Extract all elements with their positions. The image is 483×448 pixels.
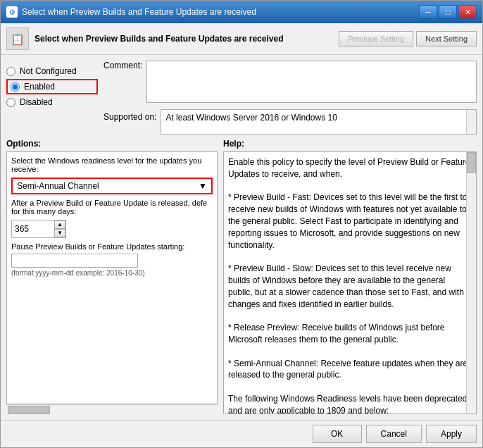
disabled-radio[interactable] [6, 98, 15, 107]
next-setting-button[interactable]: Next Setting [416, 31, 477, 46]
main-window: ⚙ Select when Preview Builds and Feature… [0, 0, 483, 448]
window-icon: ⚙ [6, 6, 18, 18]
help-text: Enable this policy to specify the level … [228, 157, 472, 414]
toolbar-buttons: Previous Setting Next Setting [339, 31, 477, 46]
days-input-wrap: 365 ▲ ▼ [11, 220, 66, 238]
options-content: Select the Windows readiness level for t… [6, 151, 218, 404]
options-section: Options: Select the Windows readiness le… [6, 139, 218, 414]
radio-column: Not Configured Enabled Disabled [6, 61, 98, 135]
channel-dropdown[interactable]: Semi-Annual Channel ▼ [11, 178, 213, 194]
options-title: Options: [6, 139, 218, 149]
options-description: Select the Windows readiness level for t… [11, 156, 213, 173]
format-hint: (format yyyy-mm-dd example: 2016-10-30) [11, 269, 213, 277]
options-hscroll-thumb[interactable] [8, 406, 50, 414]
options-horizontal-scrollbar[interactable] [6, 404, 218, 414]
not-configured-label: Not Configured [20, 66, 77, 76]
help-title: Help: [223, 139, 477, 149]
days-decrement-button[interactable]: ▼ [54, 229, 65, 237]
enabled-option[interactable]: Enabled [6, 79, 98, 94]
comment-textarea[interactable] [146, 61, 477, 103]
top-section: Not Configured Enabled Disabled Comment: [6, 61, 477, 135]
bottom-bar: OK Cancel Apply [1, 420, 482, 447]
title-bar-left: ⚙ Select when Preview Builds and Feature… [6, 6, 256, 18]
days-spinner: ▲ ▼ [54, 220, 65, 237]
toolbar: 📋 Select when Preview Builds and Feature… [1, 23, 482, 55]
enabled-label: Enabled [24, 82, 55, 92]
not-configured-option[interactable]: Not Configured [6, 66, 98, 76]
right-column: Comment: Supported on: At least Windows … [104, 61, 477, 135]
supported-value-box: At least Windows Server 2016 or Windows … [161, 109, 477, 135]
help-scroll-thumb[interactable] [467, 152, 476, 173]
content-area: Not Configured Enabled Disabled Comment: [1, 55, 482, 420]
disabled-label: Disabled [20, 97, 53, 107]
days-description: After a Preview Build or Feature Update … [11, 199, 213, 216]
minimize-button[interactable]: ─ [419, 5, 437, 19]
days-input[interactable]: 365 [12, 220, 54, 237]
toolbar-icon: 📋 [6, 27, 29, 50]
cancel-button[interactable]: Cancel [366, 425, 422, 443]
disabled-option[interactable]: Disabled [6, 97, 98, 107]
dropdown-value: Semi-Annual Channel [17, 181, 99, 191]
apply-button[interactable]: Apply [426, 425, 477, 443]
supported-row: Supported on: At least Windows Server 20… [104, 109, 477, 135]
window-title: Select when Preview Builds and Feature U… [22, 7, 256, 17]
maximize-button[interactable]: □ [439, 5, 457, 19]
title-bar-controls: ─ □ ✕ [419, 5, 477, 19]
help-section: Help: Enable this policy to specify the … [223, 139, 477, 414]
ok-button[interactable]: OK [313, 425, 362, 443]
title-bar: ⚙ Select when Preview Builds and Feature… [1, 1, 482, 23]
help-content: Enable this policy to specify the level … [223, 151, 477, 414]
pause-label: Pause Preview Builds or Feature Updates … [11, 242, 213, 251]
help-vertical-scrollbar[interactable] [466, 152, 476, 413]
options-help-section: Options: Select the Windows readiness le… [6, 139, 477, 414]
pause-date-input[interactable] [11, 254, 138, 268]
close-button[interactable]: ✕ [458, 5, 477, 19]
days-increment-button[interactable]: ▲ [54, 220, 65, 229]
not-configured-radio[interactable] [6, 67, 15, 76]
supported-label: Supported on: [104, 109, 156, 122]
days-row: 365 ▲ ▼ [11, 220, 213, 238]
dropdown-arrow-icon: ▼ [199, 181, 207, 191]
supported-value: At least Windows Server 2016 or Windows … [165, 113, 337, 123]
previous-setting-button[interactable]: Previous Setting [339, 31, 413, 46]
supported-scrollbar[interactable] [466, 110, 476, 134]
comment-label: Comment: [104, 61, 142, 70]
toolbar-title: Select when Preview Builds and Feature U… [34, 34, 333, 44]
enabled-radio[interactable] [11, 82, 20, 92]
